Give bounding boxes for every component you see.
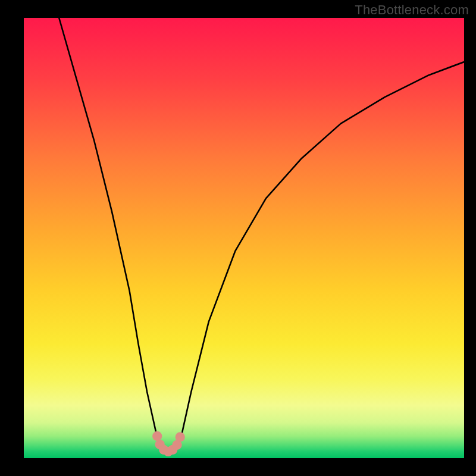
plot-area — [24, 18, 464, 458]
curve-marker — [176, 432, 185, 441]
watermark-label: TheBottleneck.com — [355, 2, 469, 18]
curve-layer — [24, 18, 464, 458]
marker-group — [152, 431, 185, 456]
bottleneck-curve — [59, 18, 464, 454]
chart-frame: TheBottleneck.com — [0, 0, 476, 476]
curve-marker — [152, 431, 162, 441]
